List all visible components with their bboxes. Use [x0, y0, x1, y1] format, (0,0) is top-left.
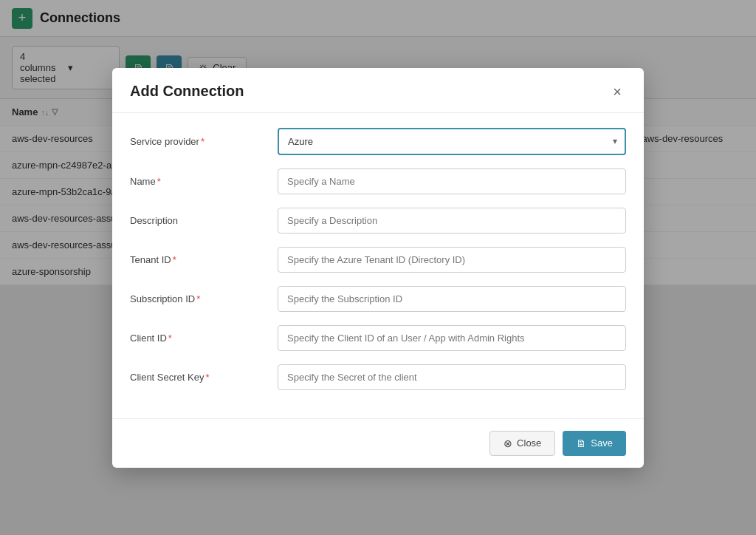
client-secret-input[interactable]	[278, 364, 626, 390]
description-input[interactable]	[278, 208, 626, 234]
label-tenant-id: Tenant ID*	[130, 254, 278, 265]
close-btn-label: Close	[517, 437, 541, 449]
required-star: *	[173, 254, 176, 265]
form-row-subscription-id: Subscription ID*	[130, 286, 626, 312]
label-description: Description	[130, 215, 278, 226]
form-row-client-secret: Client Secret Key*	[130, 364, 626, 390]
label-name: Name*	[130, 176, 278, 187]
service-provider-select[interactable]: Azure AWS GCP	[278, 128, 626, 155]
save-btn-label: Save	[591, 437, 613, 449]
required-star: *	[196, 293, 200, 304]
add-connection-modal: Add Connection × Service provider* Azure…	[112, 68, 644, 468]
modal-footer: ⊗ Close 🗎 Save	[112, 418, 644, 468]
modal-close-button[interactable]: ×	[608, 83, 626, 100]
form-row-tenant-id: Tenant ID*	[130, 247, 626, 273]
form-row-client-id: Client ID*	[130, 325, 626, 351]
save-icon: 🗎	[576, 437, 586, 449]
name-input[interactable]	[278, 168, 626, 194]
client-id-input[interactable]	[278, 325, 626, 351]
modal-overlay: Add Connection × Service provider* Azure…	[0, 0, 756, 535]
form-row-name: Name*	[130, 168, 626, 194]
tenant-id-input[interactable]	[278, 247, 626, 273]
label-service-provider: Service provider*	[130, 136, 278, 147]
subscription-id-input[interactable]	[278, 286, 626, 312]
form-row-description: Description	[130, 208, 626, 234]
modal-body: Service provider* Azure AWS GCP ▾ Name*	[112, 113, 644, 418]
required-star: *	[205, 372, 209, 383]
save-button[interactable]: 🗎 Save	[563, 431, 626, 456]
close-modal-button[interactable]: ⊗ Close	[489, 431, 555, 456]
required-star: *	[168, 333, 172, 344]
modal-title: Add Connection	[130, 83, 244, 100]
form-row-service-provider: Service provider* Azure AWS GCP ▾	[130, 128, 626, 155]
required-star: *	[201, 136, 205, 147]
close-circle-icon: ⊗	[504, 437, 512, 449]
service-provider-select-wrapper: Azure AWS GCP ▾	[278, 128, 626, 155]
label-client-id: Client ID*	[130, 333, 278, 344]
label-client-secret: Client Secret Key*	[130, 372, 278, 383]
label-subscription-id: Subscription ID*	[130, 293, 278, 304]
modal-header: Add Connection ×	[112, 68, 644, 113]
required-star: *	[157, 176, 161, 187]
